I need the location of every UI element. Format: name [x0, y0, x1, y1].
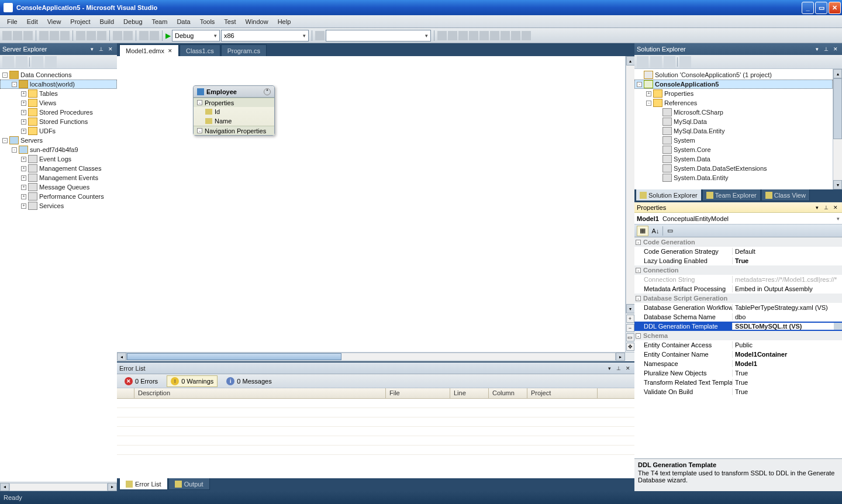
property-row[interactable]: Code Generation StrategyDefault [634, 247, 842, 256]
tree-item[interactable]: System [634, 136, 833, 145]
property-row[interactable]: Entity Container AccessPublic [634, 340, 842, 350]
property-row[interactable]: Metadata Artifact ProcessingEmbed in Out… [634, 284, 842, 294]
zoom-out-icon[interactable]: − [626, 324, 634, 332]
tree-item[interactable]: +Message Queues [0, 182, 117, 192]
tree-item[interactable]: +Properties [634, 89, 833, 98]
scroll-thumb[interactable] [833, 78, 842, 139]
tree-item[interactable]: +Event Logs [0, 154, 117, 164]
tool-button-2[interactable] [448, 31, 457, 40]
expander-icon[interactable]: - [636, 333, 641, 339]
connect-button[interactable] [32, 56, 43, 68]
property-value[interactable]: True [733, 370, 842, 377]
property-row[interactable]: DDL Generation TemplateSSDLToMySQL.tt (V… [634, 322, 842, 331]
property-row[interactable]: Transform Related Text TemplatTrue [634, 378, 842, 387]
menu-data[interactable]: Data [172, 16, 195, 27]
refresh-button[interactable] [664, 56, 675, 68]
entity-props-header[interactable]: -Properties [194, 98, 274, 107]
tree-item[interactable]: MySql.Data [634, 117, 833, 126]
expander-icon[interactable]: - [12, 82, 17, 87]
property-row[interactable]: Lazy Loading EnabledTrue [634, 256, 842, 265]
open-button[interactable] [39, 31, 49, 40]
menu-build[interactable]: Build [95, 16, 119, 27]
expander-icon[interactable]: - [2, 138, 8, 143]
tool-button-6[interactable] [490, 31, 499, 40]
paste-button[interactable] [97, 31, 106, 40]
scroll-track[interactable] [626, 65, 635, 304]
error-list-grid[interactable]: DescriptionFileLineColumnProject [117, 388, 634, 478]
expander-icon[interactable]: - [636, 240, 641, 245]
property-row[interactable]: NamespaceModel1 [634, 359, 842, 368]
expander-icon[interactable]: + [21, 101, 26, 106]
zoom-in-icon[interactable]: + [626, 315, 634, 323]
tree-item[interactable]: System.Data [634, 154, 833, 164]
errors-filter[interactable]: ✕0 Errors [120, 375, 162, 387]
expander-icon[interactable]: + [646, 91, 651, 96]
cut-button[interactable] [76, 31, 85, 40]
properties-selector[interactable]: Model1 ConceptualEntityModel [634, 213, 842, 225]
menu-help[interactable]: Help [273, 16, 296, 27]
server-explorer-tree[interactable]: -Data Connections-localhost(world)+Table… [0, 69, 117, 482]
menu-window[interactable]: Window [241, 16, 273, 27]
entity-header[interactable]: Employee ˄ [194, 86, 274, 98]
categorized-button[interactable]: ▦ [637, 226, 648, 236]
scroll-thumb[interactable] [127, 353, 341, 360]
tree-item[interactable]: +Stored Functions [0, 117, 117, 126]
property-value[interactable]: TablePerTypeStrategy.xaml (VS) [733, 304, 842, 311]
expander-icon[interactable]: - [197, 128, 202, 133]
scroll-track[interactable] [9, 483, 108, 491]
scroll-up-icon[interactable]: ▴ [626, 56, 635, 65]
expander-icon[interactable]: - [636, 296, 641, 301]
new-project-button[interactable] [2, 31, 12, 40]
tree-item[interactable]: +Tables [0, 89, 117, 98]
fit-icon[interactable]: ▭ [626, 333, 634, 341]
property-value[interactable]: Embed in Output Assembly [733, 285, 842, 292]
expander-icon[interactable]: + [21, 157, 26, 162]
panel-tab[interactable]: Solution Explorer [636, 189, 702, 201]
pan-icon[interactable]: ✥ [626, 343, 634, 351]
tree-item[interactable]: -ConsoleApplication5 [634, 80, 833, 89]
dropdown-icon[interactable]: ▾ [88, 45, 96, 53]
tree-item[interactable]: +Performance Counters [0, 192, 117, 201]
collapse-icon[interactable]: ˄ [264, 88, 271, 95]
tool-button-9[interactable] [522, 31, 531, 40]
tree-item[interactable]: +Services [0, 201, 117, 210]
tree-item[interactable]: Microsoft.CSharp [634, 108, 833, 117]
messages-filter[interactable]: i0 Messages [222, 375, 275, 387]
warnings-filter[interactable]: !0 Warnings [167, 375, 218, 387]
designer-canvas[interactable]: Employee ˄ -Properties IdName -Navigatio… [117, 56, 625, 352]
expander-icon[interactable]: + [21, 203, 26, 209]
property-value[interactable]: dbo [733, 313, 842, 320]
tool-button-8[interactable] [511, 31, 520, 40]
property-row[interactable]: Entity Container NameModel1Container [634, 350, 842, 359]
output-tab[interactable]: Error List [119, 478, 168, 490]
pin-icon[interactable]: ⊥ [615, 364, 623, 372]
close-icon[interactable]: ✕ [831, 203, 840, 212]
expander-icon[interactable]: + [21, 185, 26, 190]
vertical-scrollbar[interactable]: ▴▾ [833, 69, 842, 189]
expander-icon[interactable]: - [636, 268, 641, 273]
scroll-down-icon[interactable]: ▾ [833, 180, 842, 189]
canvas-horizontal-scrollbar[interactable]: ◂ ▸ [117, 352, 634, 361]
column-header[interactable]: Project [527, 388, 598, 398]
start-debug-button[interactable]: ▶ [165, 32, 171, 40]
expander-icon[interactable]: - [2, 73, 8, 78]
menu-file[interactable]: File [2, 16, 22, 27]
property-row[interactable]: Database Generation WorkflowTablePerType… [634, 303, 842, 312]
expander-icon[interactable]: + [21, 129, 26, 134]
tool-button-3[interactable] [458, 31, 468, 40]
column-header[interactable]: Line [450, 388, 489, 398]
menu-debug[interactable]: Debug [119, 16, 147, 27]
maximize-button[interactable]: ▭ [815, 2, 827, 14]
close-icon[interactable]: ✕ [106, 45, 115, 53]
tree-item[interactable]: -Data Connections [0, 70, 117, 80]
panel-tab[interactable]: Team Explorer [702, 189, 761, 201]
entity-employee[interactable]: Employee ˄ -Properties IdName -Navigatio… [193, 85, 275, 136]
tree-item[interactable]: System.Core [634, 145, 833, 154]
menu-project[interactable]: Project [65, 16, 95, 27]
expander-icon[interactable]: - [197, 100, 202, 105]
property-pages-button[interactable]: ▭ [664, 226, 676, 236]
property-value[interactable]: Model1 [733, 360, 842, 367]
scroll-right-icon[interactable]: ▸ [108, 483, 117, 491]
property-value[interactable]: Default [733, 248, 842, 255]
tool-button-4[interactable] [469, 31, 478, 40]
